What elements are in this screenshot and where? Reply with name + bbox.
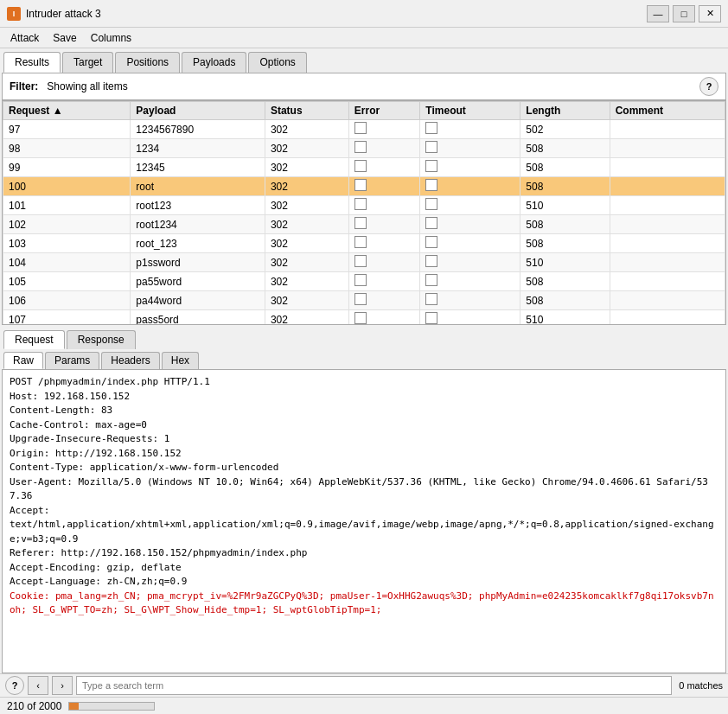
content-line: Accept-Encoding: gzip, deflate: [10, 561, 718, 576]
progress-text: 210 of 2000: [7, 700, 61, 712]
table-row[interactable]: 9912345302508: [3, 158, 725, 177]
content-line: Content-Type: application/x-www-form-url…: [10, 461, 718, 475]
table-header: Request ▲ Payload Status Error Timeout L…: [3, 102, 725, 120]
timeout-checkbox[interactable]: [425, 198, 437, 210]
table-body: 9712345678903025029812343025089912345302…: [3, 120, 725, 325]
col-timeout[interactable]: Timeout: [420, 102, 520, 120]
progress-bar: [69, 703, 78, 710]
tab-response[interactable]: Response: [67, 330, 136, 349]
search-input[interactable]: [76, 676, 672, 695]
table-wrapper[interactable]: Request ▲ Payload Status Error Timeout L…: [3, 101, 725, 324]
error-checkbox[interactable]: [354, 255, 367, 267]
next-button[interactable]: ›: [52, 676, 73, 695]
error-checkbox[interactable]: [354, 217, 367, 229]
bottom-bar: ? ‹ › 0 matches: [0, 673, 728, 697]
content-line: Referer: http://192.168.150.152/phpmyadm…: [10, 546, 718, 561]
col-comment[interactable]: Comment: [610, 102, 725, 120]
main-window: Results Target Positions Payloads Option…: [0, 48, 728, 714]
col-error[interactable]: Error: [348, 102, 420, 120]
timeout-checkbox[interactable]: [425, 160, 437, 172]
sub-tab-headers[interactable]: Headers: [101, 352, 159, 369]
table-row[interactable]: 971234567890302502: [3, 120, 725, 139]
table-row[interactable]: 104p1ssword302510: [3, 253, 725, 272]
minimize-button[interactable]: —: [647, 5, 669, 22]
sub-tab-hex[interactable]: Hex: [162, 352, 199, 369]
table-row[interactable]: 105pa55word302508: [3, 272, 725, 291]
filter-label: Filter:: [10, 80, 38, 92]
content-line: User-Agent: Mozilla/5.0 (Windows NT 10.0…: [10, 475, 718, 504]
error-checkbox[interactable]: [354, 122, 367, 134]
sub-tab-params[interactable]: Params: [45, 352, 99, 369]
status-bar: 210 of 2000: [0, 697, 728, 714]
menu-save[interactable]: Save: [46, 30, 83, 46]
progress-bar-container: [68, 702, 155, 711]
timeout-checkbox[interactable]: [425, 217, 437, 229]
content-line: text/html,application/xhtml+xml,applicat…: [10, 518, 718, 546]
table-row[interactable]: 102root1234302508: [3, 215, 725, 234]
table-row[interactable]: 106pa44word302508: [3, 291, 725, 310]
tab-positions[interactable]: Positions: [115, 52, 180, 73]
title-bar: I Intruder attack 3 — □ ✕: [0, 0, 728, 28]
timeout-checkbox[interactable]: [425, 179, 437, 191]
timeout-checkbox[interactable]: [425, 141, 437, 153]
col-payload[interactable]: Payload: [131, 102, 265, 120]
tab-options[interactable]: Options: [248, 52, 306, 73]
content-line: POST /phpmyadmin/index.php HTTP/1.1: [10, 375, 718, 390]
filter-bar: Filter: Showing all items ?: [2, 73, 726, 100]
col-length[interactable]: Length: [520, 102, 610, 120]
table-row[interactable]: 981234302508: [3, 139, 725, 158]
error-checkbox[interactable]: [354, 293, 367, 305]
content-line: Accept:: [10, 504, 718, 519]
content-line: Cookie: pma_lang=zh_CN; pma_mcrypt_iv=%2…: [10, 590, 718, 618]
error-checkbox[interactable]: [354, 160, 367, 172]
match-count: 0 matches: [679, 680, 723, 691]
tab-target[interactable]: Target: [62, 52, 113, 73]
filter-help-button[interactable]: ?: [699, 77, 718, 96]
timeout-checkbox[interactable]: [425, 236, 437, 248]
window-title: Intruder attack 3: [26, 8, 647, 20]
content-line: Origin: http://192.168.150.152: [10, 447, 718, 462]
sub-tab-bar: Raw Params Headers Hex: [0, 349, 728, 369]
timeout-checkbox[interactable]: [425, 312, 437, 324]
col-request[interactable]: Request ▲: [3, 102, 131, 120]
filter-value: Showing all items: [47, 80, 127, 92]
sub-tab-raw[interactable]: Raw: [3, 352, 43, 369]
prev-button[interactable]: ‹: [28, 676, 48, 695]
filter-text: Filter: Showing all items: [10, 80, 699, 92]
table-row[interactable]: 107pass5ord302510: [3, 310, 725, 325]
results-table-container: Request ▲ Payload Status Error Timeout L…: [2, 100, 726, 325]
col-status[interactable]: Status: [265, 102, 348, 120]
maximize-button[interactable]: □: [673, 5, 695, 22]
error-checkbox[interactable]: [354, 236, 367, 248]
timeout-checkbox[interactable]: [425, 122, 437, 134]
request-content[interactable]: POST /phpmyadmin/index.php HTTP/1.1Host:…: [2, 369, 726, 673]
bottom-help-button[interactable]: ?: [5, 676, 24, 695]
tab-results[interactable]: Results: [3, 52, 61, 73]
error-checkbox[interactable]: [354, 274, 367, 286]
menu-columns[interactable]: Columns: [84, 30, 138, 46]
results-table: Request ▲ Payload Status Error Timeout L…: [3, 101, 725, 324]
timeout-checkbox[interactable]: [425, 293, 437, 305]
content-line: Content-Length: 83: [10, 404, 718, 418]
error-checkbox[interactable]: [354, 179, 367, 191]
table-row[interactable]: 100root302508: [3, 177, 725, 196]
content-line: Upgrade-Insecure-Requests: 1: [10, 432, 718, 447]
content-line: Accept-Language: zh-CN,zh;q=0.9: [10, 575, 718, 590]
timeout-checkbox[interactable]: [425, 274, 437, 286]
table-row[interactable]: 103root_123302508: [3, 234, 725, 253]
tab-request[interactable]: Request: [3, 330, 65, 349]
req-resp-tab-bar: Request Response: [0, 327, 728, 349]
window-controls: — □ ✕: [647, 5, 721, 22]
app-icon: I: [7, 7, 21, 21]
timeout-checkbox[interactable]: [425, 255, 437, 267]
content-line: Host: 192.168.150.152: [10, 390, 718, 405]
error-checkbox[interactable]: [354, 141, 367, 153]
table-row[interactable]: 101root123302510: [3, 196, 725, 215]
error-checkbox[interactable]: [354, 312, 367, 324]
menu-attack[interactable]: Attack: [3, 30, 46, 46]
menu-bar: Attack Save Columns: [0, 28, 728, 48]
error-checkbox[interactable]: [354, 198, 367, 210]
tab-payloads[interactable]: Payloads: [182, 52, 246, 73]
close-button[interactable]: ✕: [699, 5, 721, 22]
content-line: Cache-Control: max-age=0: [10, 418, 718, 433]
